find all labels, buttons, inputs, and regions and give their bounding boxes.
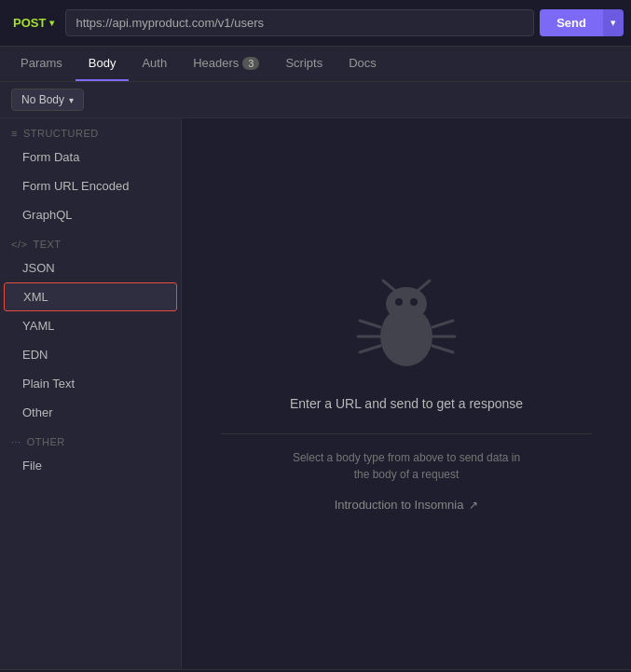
sidebar-item-file[interactable]: File	[0, 451, 181, 480]
send-button[interactable]: Send	[540, 9, 603, 36]
tab-scripts[interactable]: Scripts	[272, 47, 336, 81]
content-sub-text-area: Select a body type from above to send da…	[285, 449, 528, 483]
send-button-group: Send ▾	[540, 9, 624, 36]
tab-auth[interactable]: Auth	[129, 47, 180, 81]
tab-docs[interactable]: Docs	[336, 47, 390, 81]
svg-line-7	[432, 321, 453, 327]
content-text: Enter a URL and send to get a response	[290, 396, 523, 418]
top-bar: POST ▾ Send ▾	[0, 0, 631, 47]
tab-bar: Params Body Auth Headers3 Scripts Docs	[0, 47, 631, 82]
tab-body[interactable]: Body	[75, 47, 130, 81]
sidebar-item-form-url-encoded[interactable]: Form URL Encoded	[0, 171, 181, 200]
other-section-icon: ···	[11, 436, 21, 447]
headers-badge: 3	[242, 57, 259, 70]
intro-link[interactable]: Introduction to Insomnia ↗	[335, 498, 479, 512]
method-label: POST	[13, 16, 46, 30]
body-type-label: No Body	[21, 93, 64, 106]
main-area: ≡ STRUCTURED Form Data Form URL Encoded …	[0, 118, 631, 669]
text-section-icon: </>	[11, 239, 27, 250]
intro-link-text: Introduction to Insomnia	[335, 498, 464, 512]
svg-line-6	[360, 346, 380, 352]
svg-point-10	[395, 298, 403, 306]
svg-point-11	[410, 298, 418, 306]
method-button[interactable]: POST ▾	[7, 12, 60, 34]
tab-headers[interactable]: Headers3	[180, 47, 272, 81]
svg-point-1	[386, 287, 427, 321]
svg-line-2	[383, 281, 395, 291]
external-link-icon: ↗	[469, 499, 478, 512]
content-sub-text: Select a body type from above to send da…	[285, 449, 528, 483]
sidebar-item-json[interactable]: JSON	[0, 254, 181, 282]
svg-line-3	[418, 281, 430, 291]
sidebar-item-plain-text[interactable]: Plain Text	[0, 369, 181, 398]
svg-line-9	[432, 346, 453, 352]
content-area: Enter a URL and send to get a response S…	[182, 118, 631, 669]
bug-icon	[350, 276, 462, 381]
other-section-label: OTHER	[27, 436, 65, 447]
tab-params[interactable]: Params	[7, 47, 75, 81]
body-type-button[interactable]: No Body ▾	[11, 89, 84, 111]
svg-line-4	[360, 321, 380, 327]
sidebar-section-other: ··· OTHER	[0, 427, 181, 451]
content-main-text: Enter a URL and send to get a response	[290, 396, 523, 411]
content-divider	[221, 433, 592, 434]
sidebar-item-yaml[interactable]: YAML	[0, 311, 181, 340]
sidebar-item-other[interactable]: Other	[0, 398, 181, 427]
sidebar-section-structured: ≡ STRUCTURED	[0, 118, 181, 143]
text-section-label: TEXT	[33, 239, 61, 250]
sidebar-item-form-data[interactable]: Form Data	[0, 143, 181, 171]
method-chevron: ▾	[49, 18, 54, 28]
body-toolbar: No Body ▾	[0, 82, 631, 118]
url-input[interactable]	[65, 9, 534, 36]
send-dropdown-button[interactable]: ▾	[603, 9, 624, 36]
sidebar-section-text: </> TEXT	[0, 229, 181, 254]
sidebar: ≡ STRUCTURED Form Data Form URL Encoded …	[0, 118, 182, 669]
structured-section-label: STRUCTURED	[23, 128, 99, 139]
structured-section-icon: ≡	[11, 128, 18, 139]
sidebar-item-xml[interactable]: XML	[4, 282, 177, 311]
body-type-chevron: ▾	[69, 95, 74, 105]
sidebar-item-edn[interactable]: EDN	[0, 340, 181, 369]
sidebar-item-graphql[interactable]: GraphQL	[0, 200, 181, 229]
